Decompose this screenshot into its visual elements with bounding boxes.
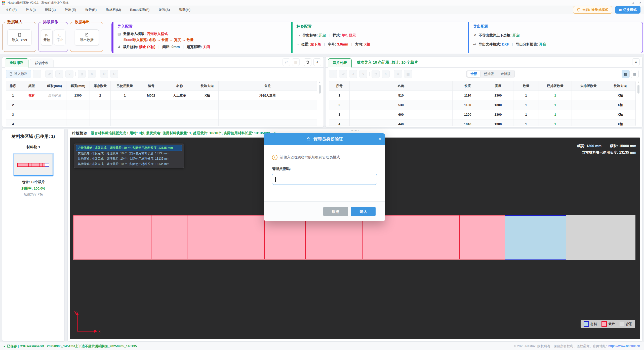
strategy-other[interactable]: 其他策略: 排版完成！处理裁片: 10 个, 实际使用材料长度: 13135 m… [76,156,182,161]
background-swatch [619,322,624,326]
strategy-best[interactable]: √ 最优策略: 排版完成！处理裁片: 10 个, 实际使用材料长度: 13135… [76,145,182,151]
move-down-button[interactable]: ∨ [65,70,73,78]
nested-piece[interactable] [362,215,412,259]
nested-piece[interactable] [222,215,265,259]
strategy-other[interactable]: 其他策略: 排版完成！处理裁片: 10 个, 实际使用材料长度: 13135 m… [76,151,182,156]
collapse-button[interactable]: ∧ [313,58,321,66]
axis-x-label: X [98,329,101,333]
scroll-thumb[interactable] [637,85,639,94]
strategy-other[interactable]: 其他策略: 排版完成！处理裁片: 10 个, 实际使用材料长度: 13135 m… [76,161,182,167]
menu-layout[interactable]: 排版(L) [41,8,59,12]
table-row[interactable]: 4440 10401300 11 X轴 [329,119,635,126]
horizontal-splitter[interactable]: •••••• [351,129,359,132]
filter-nested[interactable]: 已排版 [481,71,497,77]
export-data-button[interactable]: 导出数据 [75,29,99,46]
clear-button[interactable]: × [88,70,96,78]
switch-mode-button[interactable]: ⇄ 切换模式 [615,6,640,14]
settings-button[interactable]: ⚙ [100,70,108,78]
modal-close-button[interactable]: × [379,133,381,145]
scroll-up-icon[interactable]: ∧ [638,81,639,83]
tab-remnants[interactable]: 裁切余料 [30,59,54,67]
data-import-group: 数据导入 导入Excel [3,22,36,52]
nested-piece[interactable] [264,215,306,259]
delete-button[interactable] [78,70,86,78]
add-button[interactable]: + [329,70,337,78]
nested-piece[interactable] [151,215,188,259]
list-button[interactable]: ▤ [404,70,412,78]
vertical-splitter[interactable]: ⋮⋮⋮ [65,233,66,247]
settings-button[interactable]: ⚙ [394,70,402,78]
pencil-icon [342,72,345,76]
import-material-button[interactable]: 导入原料 [6,70,31,78]
menu-report[interactable]: 报告(R) [82,8,100,12]
materials-table: 排序类型 幅长(mm)幅宽(mm) 库存数量已使用数量 编号名称 纹路方向备注 … [6,81,317,126]
menu-help[interactable]: 帮助(H) [175,8,194,12]
stop-button[interactable]: ▢ 停止 [54,29,66,46]
nested-piece[interactable] [73,215,114,259]
copyright-text: © 2025 Nestrix. 版权所有，保留所有权利，侵权必究。官网地址: [514,344,607,348]
scrollbar[interactable]: ∧ [637,81,640,126]
scroll-up-icon[interactable]: ∧ [319,81,321,83]
chart-icon-button[interactable]: ▦ [292,58,300,66]
nested-piece[interactable] [412,215,460,259]
section-title: 导出配置 [473,24,488,29]
collapse-button[interactable]: ∧ [632,58,640,66]
scrollbar[interactable]: ∧ [318,81,321,126]
tab-piece-list[interactable]: 裁片列表 [328,58,352,68]
stop-icon: ▢ [58,33,62,37]
table-row[interactable]: 2530 11301300 11 X轴 [329,100,635,110]
start-button[interactable]: ▷ 开始 [41,29,53,46]
refresh-button[interactable]: ↻ [110,70,118,78]
data-export-group: 数据导出 导出数据 [70,22,103,52]
table-row[interactable]: 1卷材 自动扩展1300 21 M002人工皮革 X轴环保人造革 [6,91,317,100]
nested-piece[interactable] [187,215,222,259]
trash-icon [80,72,84,76]
table-row[interactable]: 2 [6,100,317,110]
lock-icon [306,137,311,142]
filter-unnested[interactable]: 未排版 [498,71,514,77]
menu-export[interactable]: 导出(E) [61,8,80,12]
grid-view-button[interactable]: ▦ [631,70,639,78]
add-button[interactable]: + [33,70,41,78]
move-up-button[interactable]: ∧ [55,70,63,78]
swap-icon-button[interactable]: ⇄ [283,58,290,66]
tab-materials[interactable]: 排版用料 [5,58,28,68]
table-row[interactable]: 3600 12001300 11 X轴 [329,110,635,119]
block-thumbnail[interactable] [14,154,53,176]
admin-password-input[interactable] [272,174,377,185]
confirm-button[interactable]: 确认 [351,207,376,216]
cancel-button[interactable]: 取消 [323,207,348,216]
current-mode-button[interactable]: 当前: 操作员模式 [573,6,612,14]
menu-excel-template[interactable]: Excel模版(F) [127,8,153,12]
menu-file[interactable]: 文件(F) [2,8,20,12]
edit-button[interactable] [339,70,347,78]
scroll-thumb[interactable] [319,85,321,94]
move-down-button[interactable]: ∨ [359,70,367,78]
table-row[interactable]: 1510 11101300 11 X轴 [329,91,635,100]
delete-button[interactable] [372,70,380,78]
menu-settings[interactable]: 设置(S) [155,8,173,12]
close-button[interactable]: × [636,0,644,6]
table-row[interactable]: 3 [6,110,317,119]
filter-all[interactable]: 全部 [467,71,480,77]
website-link[interactable]: https://www.nestrix.cn [608,344,640,348]
menu-materials[interactable]: 原材料(M) [102,8,125,12]
table-row[interactable]: 4 [6,119,317,126]
maximize-button[interactable]: □ [629,0,636,6]
menu-import[interactable]: 导入(I) [22,8,39,12]
trash-button[interactable] [304,58,311,66]
nested-piece[interactable] [305,215,363,259]
clear-button[interactable]: × [382,70,390,78]
nested-piece[interactable] [114,215,152,259]
swap-icon: ⇄ [619,8,622,12]
edit-button[interactable] [45,70,53,78]
material-remainder-block[interactable] [505,215,566,260]
group-title: 数据导出 [73,20,91,24]
list-view-button[interactable]: ▤ [622,70,630,78]
layout-ops-group: 排版操作 ▷ 开始 ▢ 停止 [38,22,68,52]
nested-piece[interactable] [459,215,505,259]
move-up-button[interactable]: ∧ [349,70,357,78]
pieces-table: 序号名称 长度宽度 数量已排版数量 未排版数量纹路方向 1510 1110130… [329,81,636,126]
minimize-button[interactable]: ─ [621,0,629,6]
import-excel-button[interactable]: 导入Excel [7,29,31,46]
